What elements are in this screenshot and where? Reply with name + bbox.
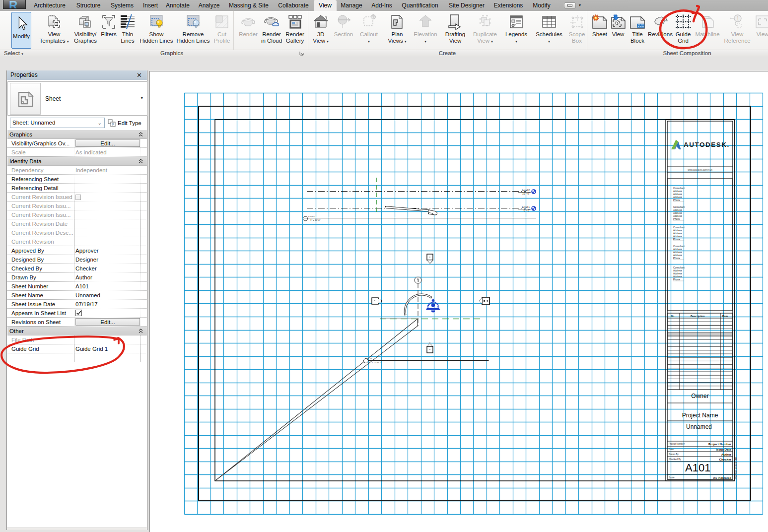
svg-text:7/19/2017 10:52:47 AM: 7/19/2017 10:52:47 AM [735, 457, 737, 479]
svg-text:Phone: Phone [673, 278, 680, 281]
svg-text:Scale: Scale [669, 476, 675, 479]
svg-text:Address: Address [673, 248, 682, 251]
svg-text:1" = 30'-0": 1" = 30'-0" [372, 361, 382, 364]
svg-text:Consultant: Consultant [673, 245, 685, 248]
svg-text:Address: Address [673, 196, 682, 199]
svg-text:Level 1: Level 1 [522, 206, 530, 208]
svg-text:Address: Address [673, 215, 682, 217]
svg-text:Phone: Phone [673, 218, 680, 220]
svg-text:Consultant: Consultant [673, 206, 685, 208]
svg-text:Phone: Phone [673, 238, 680, 241]
svg-text:Unnamed: Unnamed [686, 423, 712, 430]
svg-text:Address: Address [673, 209, 682, 211]
svg-text:Address: Address [673, 232, 682, 235]
svg-text:Project Name: Project Name [682, 412, 718, 419]
svg-text:Checked By: Checked By [669, 458, 681, 461]
svg-text:Project Number: Project Number [708, 442, 732, 446]
svg-text:Address: Address [673, 193, 682, 196]
svg-text:Address: Address [673, 235, 682, 238]
svg-text:Issue Date: Issue Date [716, 448, 732, 451]
svg-text:Drawn By: Drawn By [669, 453, 679, 456]
svg-text:Address: Address [673, 212, 682, 214]
svg-text:R: R [9, 0, 17, 9]
svg-text:10' - 0": 10' - 0" [522, 193, 530, 195]
svg-text:Consultant: Consultant [673, 226, 685, 229]
svg-text:AUTODESK.: AUTODESK. [684, 141, 730, 148]
svg-text:Description: Description [691, 315, 705, 318]
svg-text:Date: Date [669, 448, 674, 451]
svg-text:Author: Author [721, 453, 732, 456]
svg-text:Address: Address [673, 269, 682, 272]
svg-text:Owner: Owner [691, 393, 708, 399]
svg-text:1" = 30'-0": 1" = 30'-0" [310, 219, 321, 221]
svg-text:A101: A101 [685, 462, 710, 474]
svg-text:Phone: Phone [673, 257, 680, 260]
svg-text:Address: Address [673, 254, 682, 257]
svg-text:As indicated: As indicated [713, 476, 731, 479]
svg-text:Level 1: Level 1 [308, 215, 316, 218]
svg-text:Address: Address [673, 272, 682, 275]
svg-text:Consultant: Consultant [673, 187, 685, 190]
svg-text:Address: Address [673, 190, 682, 193]
svg-text:Address: Address [673, 229, 682, 232]
svg-text:1: 1 [736, 16, 739, 21]
svg-text:No.: No. [671, 315, 675, 318]
svg-text:Address: Address [673, 251, 682, 254]
svg-text:Project Number: Project Number [669, 443, 685, 445]
svg-text:2h: 2h [369, 357, 372, 360]
svg-text:Phone: Phone [673, 199, 680, 201]
svg-text:Consultant: Consultant [673, 266, 685, 269]
svg-text:Date: Date [722, 315, 728, 318]
svg-text:www.autodesk.com/revit: www.autodesk.com/revit [688, 169, 712, 171]
svg-text:0' - 0": 0' - 0" [524, 209, 530, 212]
svg-text:Checker: Checker [719, 458, 732, 461]
svg-text:Address: Address [673, 275, 682, 278]
svg-text:Level 2: Level 2 [522, 189, 530, 192]
